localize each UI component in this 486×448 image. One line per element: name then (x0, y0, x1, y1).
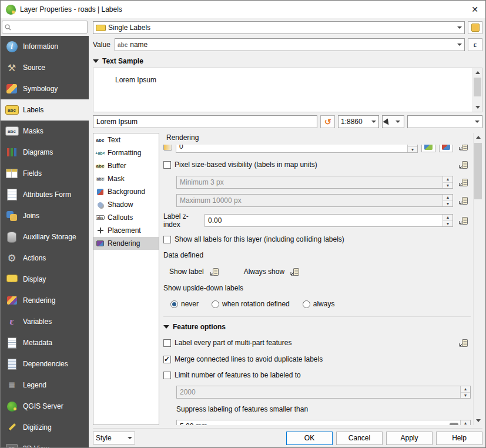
spin-up-icon[interactable] (443, 215, 453, 220)
data-defined-button[interactable] (457, 145, 471, 152)
text-sample-section-header[interactable]: Text Sample (93, 56, 482, 66)
sidebar-item-legend[interactable]: Legend (1, 375, 89, 396)
scroll-up-icon[interactable] (474, 133, 482, 142)
scroll-thumb[interactable] (474, 143, 482, 199)
scroll-track[interactable] (473, 77, 482, 103)
spin-up-icon[interactable] (443, 195, 453, 200)
close-button[interactable]: ✕ (464, 1, 485, 18)
sidebar-item-source[interactable]: Source (1, 57, 89, 78)
label-tab-shadow[interactable]: Shadow (93, 198, 159, 211)
scroll-track[interactable] (474, 142, 482, 416)
merge-connected-checkbox[interactable] (163, 356, 171, 363)
label-every-part-checkbox[interactable] (163, 339, 171, 347)
minimum-pixel-spinbox[interactable]: Minimum 3 px (176, 176, 453, 189)
sidebar-item-display[interactable]: Display (1, 269, 89, 290)
spinner-arrows[interactable] (460, 420, 470, 425)
panel-scrollbar[interactable] (473, 133, 482, 425)
sidebar-item-information[interactable]: Information (1, 36, 89, 57)
spin-up-icon[interactable] (461, 386, 470, 392)
map-scale-picker[interactable] (382, 115, 404, 128)
apply-button[interactable]: Apply (386, 432, 433, 445)
ok-button[interactable]: OK (286, 432, 333, 445)
sidebar-item-fields[interactable]: Fields (1, 163, 89, 184)
data-defined-button[interactable] (288, 266, 302, 278)
data-defined-button[interactable] (457, 337, 471, 349)
sidebar-item-metadata[interactable]: Metadata (1, 332, 89, 353)
show-all-labels-checkbox[interactable] (163, 236, 171, 243)
style-button[interactable]: Style (93, 432, 135, 444)
spin-down-icon[interactable] (461, 392, 470, 399)
limit-value-spinbox[interactable]: 2000 (176, 386, 471, 399)
search-input[interactable] (14, 22, 85, 32)
suppress-value-spinbox[interactable]: 5.00 mm (176, 420, 471, 425)
spin-down-icon[interactable] (443, 220, 453, 227)
spinner-arrows[interactable] (443, 176, 453, 188)
help-button[interactable]: Help (436, 432, 482, 445)
spin-up-icon[interactable] (461, 420, 470, 425)
spin-down-icon[interactable] (443, 200, 453, 207)
sidebar-item-auxiliary-storage[interactable]: Auxiliary Storage (1, 226, 89, 248)
sidebar-item-qgis-server[interactable]: QGIS Server (1, 396, 89, 417)
scroll-down-icon[interactable] (474, 416, 482, 425)
spin-up-icon[interactable] (443, 176, 453, 182)
label-tab-mask[interactable]: Mask (93, 172, 159, 185)
data-defined-button[interactable] (457, 176, 471, 188)
maximum-pixel-spinbox[interactable]: Maximum 10000 px (176, 194, 453, 207)
label-tab-placement[interactable]: Placement (93, 224, 159, 237)
label-tab-rendering[interactable]: Rendering (93, 237, 159, 250)
sidebar-item-actions[interactable]: Actions (1, 248, 89, 269)
sidebar-item-symbology[interactable]: Symbology (1, 78, 89, 99)
data-defined-button[interactable] (457, 195, 471, 206)
scroll-up-icon[interactable] (473, 68, 482, 77)
data-defined-button[interactable] (457, 159, 471, 170)
label-mode-combo[interactable]: Single Labels (93, 21, 465, 34)
limit-features-checkbox[interactable] (163, 372, 171, 379)
preview-background-combo[interactable] (407, 115, 482, 128)
scale-combo[interactable]: 1:8860 (338, 115, 379, 128)
cancel-button[interactable]: Cancel (336, 432, 383, 445)
reset-sample-button[interactable] (320, 115, 335, 128)
label-tab-callouts[interactable]: Callouts (93, 211, 159, 224)
sidebar-item-masks[interactable]: Masks (1, 121, 89, 142)
spin-down-icon[interactable] (443, 182, 453, 189)
sidebar-item-attributes-form[interactable]: Attributes Form (1, 184, 89, 205)
sidebar-item-joins[interactable]: Joins (1, 205, 89, 226)
refresh-scale-button[interactable] (439, 145, 453, 152)
label-tab-background[interactable]: Background (93, 185, 159, 198)
spinner-arrows[interactable] (460, 386, 470, 398)
zindex-spinbox[interactable]: 0.00 (205, 214, 453, 227)
sidebar-item-dependencies[interactable]: Dependencies (1, 353, 89, 375)
data-defined-button[interactable] (457, 215, 471, 226)
sidebar-item-diagrams[interactable]: Diagrams (1, 142, 89, 163)
pixel-visibility-checkbox[interactable] (163, 161, 171, 169)
sidebar-item-rendering[interactable]: Rendering (1, 290, 89, 311)
sidebar-item-variables[interactable]: Variables (1, 311, 89, 332)
spin-down-icon[interactable] (408, 146, 417, 153)
sidebar-item-3d-view[interactable]: 3D View (1, 438, 89, 447)
radio-option-never[interactable]: never (170, 300, 199, 308)
sidebar-item-labels[interactable]: Labels (1, 99, 89, 121)
scroll-down-icon[interactable] (473, 103, 482, 112)
sidebar-item-digitizing[interactable]: Digitizing (1, 417, 89, 438)
sample-text-input[interactable] (93, 115, 317, 128)
radio-option-when-rotation-defined[interactable]: when rotation defined (212, 300, 290, 308)
map-extent-button[interactable] (421, 145, 435, 152)
spinner-arrows[interactable] (443, 195, 453, 206)
sample-scrollbar[interactable] (472, 68, 482, 112)
pixel-visibility-label: Pixel size-based visibility (labels in m… (175, 161, 317, 169)
radio-option-always[interactable]: always (303, 300, 335, 308)
value-field-combo[interactable]: abc name (115, 38, 465, 51)
spinner-arrows[interactable] (407, 145, 417, 152)
clipped-spinbox[interactable]: 0 (176, 145, 418, 153)
automated-placement-button[interactable] (468, 21, 482, 34)
feature-options-section-header[interactable]: Feature options (163, 316, 471, 332)
label-tab-formatting[interactable]: Formatting (93, 146, 159, 159)
search-box[interactable] (2, 21, 88, 34)
data-defined-button[interactable] (207, 266, 222, 278)
label-tab-buffer[interactable]: Buffer (93, 159, 159, 172)
label-tab-text[interactable]: Text (93, 133, 159, 146)
expression-builder-button[interactable]: ε (468, 38, 482, 51)
scroll-thumb[interactable] (474, 78, 481, 96)
spinner-arrows[interactable] (443, 215, 453, 226)
clear-value-icon[interactable] (450, 423, 458, 426)
